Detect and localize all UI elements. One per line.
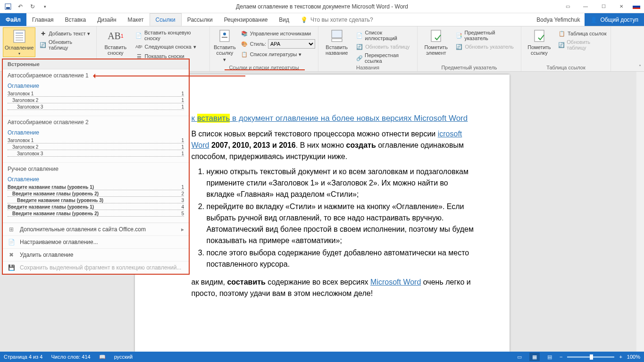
- language-status[interactable]: русский: [114, 354, 133, 360]
- undo-icon[interactable]: ↶: [15, 1, 25, 12]
- mark-citation-icon: [532, 28, 547, 43]
- mark-citation-label: Пометить ссылку: [527, 44, 551, 56]
- update-icon: 🔄: [356, 43, 363, 51]
- chevron-right-icon: ▸: [181, 226, 184, 233]
- redo-icon[interactable]: ↻: [27, 1, 38, 12]
- tell-me-input[interactable]: [310, 17, 386, 23]
- save-icon[interactable]: [3, 1, 13, 12]
- endnote-icon: 📄: [135, 32, 142, 39]
- proofing-icon[interactable]: 📖: [99, 354, 106, 360]
- builtin-header: Встроенные: [3, 59, 189, 69]
- read-mode-icon[interactable]: ▭: [514, 353, 525, 361]
- print-layout-icon[interactable]: ▦: [529, 353, 540, 361]
- language-flag-icon[interactable]: [633, 4, 640, 9]
- insert-toa-button[interactable]: 📋Таблица ссылок: [557, 29, 608, 38]
- add-text-button[interactable]: ✚Добавить текст ▾: [38, 29, 93, 38]
- toc-manual-title: Ручное оглавление: [8, 166, 184, 172]
- toc-gallery-manual[interactable]: Ручное оглавление Оглавление Введите наз…: [3, 163, 189, 223]
- svg-point-8: [223, 33, 226, 35]
- document-title: Делаем оглавление в текстовом документе …: [236, 3, 408, 10]
- more-office-toc[interactable]: ⊞ Дополнительные оглавления с сайта Offi…: [3, 223, 189, 236]
- link-ms-word-3[interactable]: Microsoft Word: [370, 278, 421, 286]
- endnote-label: Вставить концевую сноску: [144, 30, 206, 41]
- bibliography-button[interactable]: 📋Список литературы ▾: [240, 50, 316, 59]
- cross-ref-icon: 🔗: [356, 54, 363, 62]
- citation-style-combo[interactable]: 🎨 Стиль: APA: [240, 39, 316, 49]
- cross-ref-button[interactable]: 🔗Перекрестная ссылка: [355, 52, 414, 64]
- zoom-slider[interactable]: [567, 356, 614, 358]
- style-select[interactable]: APA: [268, 39, 315, 49]
- update-table-button[interactable]: 🔄Обновить таблицу: [38, 39, 93, 51]
- insert-citation-label: Вставить ссылку: [214, 44, 236, 56]
- annotation-underline: [225, 69, 305, 70]
- caption-icon: [329, 28, 344, 43]
- group-label-index: Предметный указатель: [420, 65, 518, 71]
- tab-review[interactable]: Рецензирование: [218, 13, 274, 26]
- insert-endnote-button[interactable]: 📄Вставить концевую сноску: [134, 29, 207, 42]
- update-index-button[interactable]: 🔄Обновить указатель: [454, 42, 518, 51]
- page-number[interactable]: Страница 4 из 4: [4, 354, 42, 360]
- svg-rect-9: [222, 37, 227, 38]
- ribbon-options-icon[interactable]: ▭: [561, 2, 574, 11]
- list-figures-button[interactable]: 📄Список иллюстраций: [355, 29, 414, 42]
- manage-sources-button[interactable]: 📚Управление источниками: [240, 29, 316, 38]
- mark-citation-button[interactable]: Пометить ссылку: [524, 27, 554, 57]
- bibliography-label: Список литературы: [250, 51, 297, 57]
- tab-view[interactable]: Вид: [273, 13, 295, 26]
- footnote-icon: AB1: [108, 28, 123, 43]
- zoom-out-icon[interactable]: −: [560, 354, 562, 360]
- update-toa-button[interactable]: 🔄Обновить таблицу: [557, 39, 608, 51]
- doc-paragraph: ак видим, составить содержание во всех в…: [192, 277, 477, 299]
- toc-button[interactable]: Оглавление ▾: [3, 27, 35, 57]
- toc-gallery-auto2[interactable]: Автособираемое оглавление 2 Оглавление З…: [3, 116, 189, 163]
- user-name[interactable]: Bodya Yefimchuk: [532, 13, 585, 26]
- mark-entry-icon: [428, 28, 443, 43]
- doc-list: нужно открыть текстовый документ и ко вс…: [207, 166, 477, 270]
- tab-home[interactable]: Главная: [26, 13, 59, 26]
- tab-file[interactable]: Файл: [0, 13, 26, 26]
- zoom-value[interactable]: 100%: [627, 354, 640, 360]
- insert-citation-button[interactable]: Вставить ссылку ▾: [213, 27, 237, 64]
- list-figures-label: Список иллюстраций: [365, 30, 413, 41]
- group-label-captions: Названия: [321, 65, 414, 71]
- tab-mailings[interactable]: Рассылки: [182, 13, 218, 26]
- minimize-icon[interactable]: —: [579, 2, 592, 11]
- index-icon: 📑: [455, 32, 462, 39]
- share-icon: 👤: [590, 17, 597, 23]
- insert-footnote-label: Вставить сноску: [104, 44, 126, 56]
- document-page[interactable]: к вставить в документ оглавление на боле…: [135, 75, 510, 352]
- maximize-icon[interactable]: ☐: [597, 2, 610, 11]
- web-layout-icon[interactable]: ▤: [544, 353, 555, 361]
- next-footnote-button[interactable]: AB¹Следующая сноска ▾: [134, 42, 207, 51]
- svg-rect-11: [332, 39, 342, 42]
- insert-caption-button[interactable]: Вставить название: [321, 27, 352, 57]
- toa-icon: 📋: [558, 30, 566, 37]
- svg-rect-7: [220, 30, 229, 42]
- link-ms-word[interactable]: Microsoft Word: [414, 114, 468, 123]
- remove-toc[interactable]: ✖ Удалить оглавление: [3, 248, 189, 261]
- collapse-ribbon-icon[interactable]: ˄: [636, 26, 644, 71]
- mark-entry-button[interactable]: Пометить элемент: [420, 27, 452, 57]
- close-icon[interactable]: ✕: [615, 2, 628, 11]
- more-office-label: Дополнительные оглавления с сайта Office…: [20, 226, 146, 233]
- annotation-arrow: [94, 76, 245, 76]
- share-button[interactable]: 👤 Общий доступ: [585, 13, 644, 26]
- save-selection-toc: 💾 Сохранить выделенный фрагмент в коллек…: [3, 261, 189, 274]
- tab-insert[interactable]: Вставка: [59, 13, 92, 26]
- doc-heading: к вставить в документ оглавление на боле…: [192, 112, 477, 125]
- zoom-in-icon[interactable]: +: [619, 354, 622, 360]
- tab-references[interactable]: Ссылки: [150, 13, 182, 26]
- word-count[interactable]: Число слов: 414: [51, 354, 90, 360]
- insert-footnote-button[interactable]: AB1 Вставить сноску: [100, 27, 132, 57]
- svg-rect-2: [14, 30, 25, 42]
- mark-entry-label: Пометить элемент: [425, 44, 448, 56]
- style-icon: 🎨: [241, 40, 248, 48]
- vertical-scrollbar[interactable]: [636, 72, 644, 352]
- insert-index-button[interactable]: 📑Предметный указатель: [454, 29, 518, 42]
- custom-toc[interactable]: 📄 Настраиваемое оглавление...: [3, 236, 189, 248]
- update-captions-button[interactable]: 🔄Обновить таблицу: [355, 42, 414, 51]
- tab-design[interactable]: Дизайн: [92, 13, 122, 26]
- qat-dropdown-icon[interactable]: ▾: [40, 1, 50, 12]
- tell-me-search[interactable]: 💡: [301, 13, 386, 26]
- tab-layout[interactable]: Макет: [122, 13, 150, 26]
